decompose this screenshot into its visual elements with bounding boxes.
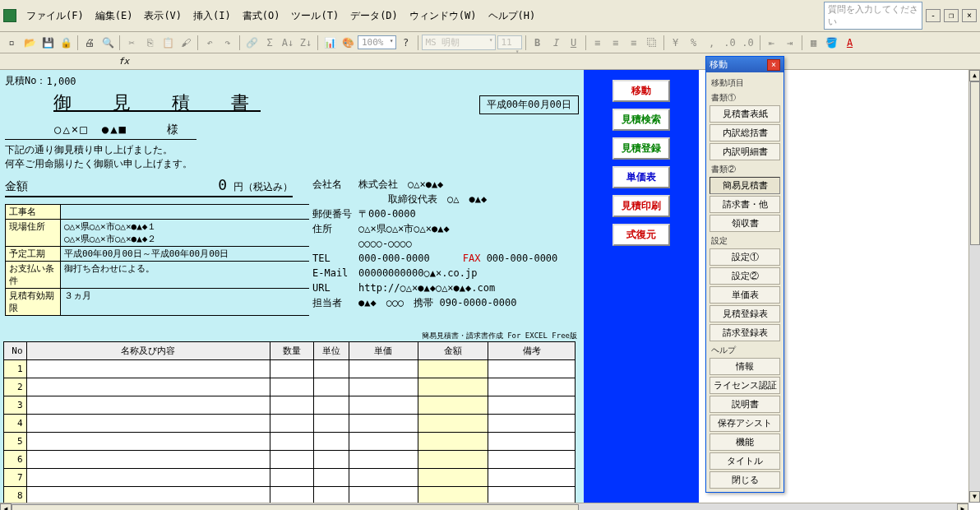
- panel-btn-保存アシスト[interactable]: 保存アシスト: [710, 415, 780, 432]
- permission-icon[interactable]: 🔒: [58, 35, 74, 51]
- open-icon[interactable]: 📂: [21, 35, 38, 51]
- sort-desc-icon[interactable]: Z↓: [298, 35, 314, 51]
- intro-line-2: 何卒ご用命賜りたく御願い申し上げます。: [5, 157, 579, 171]
- panel-btn-設定②[interactable]: 設定②: [710, 267, 780, 285]
- help-icon[interactable]: ?: [398, 35, 414, 51]
- help-question-input[interactable]: 質問を入力してください: [824, 2, 922, 30]
- action-単価表[interactable]: 単価表: [612, 166, 670, 188]
- menu-insert[interactable]: 挿入(I): [188, 7, 236, 25]
- zoom-combo[interactable]: 100%: [358, 35, 396, 49]
- panel-btn-設定①[interactable]: 設定①: [710, 248, 780, 266]
- table-row[interactable]: 2: [4, 378, 576, 396]
- panel-btn-請求登録表[interactable]: 請求登録表: [710, 324, 780, 341]
- restore-button[interactable]: ❐: [944, 9, 959, 22]
- indent-dec-icon[interactable]: ⇤: [764, 35, 780, 51]
- vscroll-thumb[interactable]: [970, 81, 980, 245]
- panel-btn-ライセンス認証[interactable]: ライセンス認証: [710, 377, 780, 394]
- percent-icon[interactable]: %: [686, 35, 702, 51]
- menu-help[interactable]: ヘルプ(H): [483, 7, 541, 25]
- estimate-sheet[interactable]: 見積No： 1,000 御 見 積 書 平成00年00月00日 ○△×□ ●▲■…: [0, 70, 584, 510]
- panel-btn-内訳明細書[interactable]: 内訳明細書: [710, 143, 780, 160]
- dec-decimal-icon[interactable]: .0: [740, 35, 756, 51]
- menu-edit[interactable]: 編集(E): [90, 7, 138, 25]
- vertical-scrollbar[interactable]: ▲ ▼: [968, 70, 980, 503]
- table-row[interactable]: 6: [4, 450, 576, 468]
- merge-icon[interactable]: ⿻: [644, 35, 660, 51]
- panel-btn-単価表[interactable]: 単価表: [710, 286, 780, 304]
- menu-format[interactable]: 書式(O): [238, 7, 285, 25]
- align-right-icon[interactable]: ≡: [626, 35, 642, 51]
- underline-icon[interactable]: U: [566, 35, 582, 51]
- panel-btn-見積書表紙[interactable]: 見積書表紙: [710, 105, 780, 123]
- panel-btn-簡易見積書[interactable]: 簡易見積書: [710, 177, 780, 194]
- autosum-icon[interactable]: Σ: [261, 35, 278, 51]
- action-移動[interactable]: 移動: [612, 80, 670, 102]
- panel-btn-説明書[interactable]: 説明書: [710, 396, 780, 413]
- font-color-icon[interactable]: A: [842, 35, 858, 51]
- comma-icon[interactable]: ,: [704, 35, 720, 51]
- fx-label[interactable]: fx: [118, 56, 129, 67]
- scroll-right-icon[interactable]: ▶: [957, 503, 968, 511]
- new-icon[interactable]: ▫: [3, 35, 20, 51]
- panel-btn-請求書・他[interactable]: 請求書・他: [710, 196, 780, 213]
- print-icon[interactable]: 🖨: [81, 35, 98, 51]
- table-row[interactable]: 4: [4, 414, 576, 432]
- line-items-table[interactable]: No 名称及び内容 数量 単位 単価 金額 備考 12345678910: [3, 341, 576, 510]
- italic-icon[interactable]: I: [548, 35, 564, 51]
- panel-btn-領収書[interactable]: 領収書: [710, 215, 780, 232]
- save-icon[interactable]: 💾: [39, 35, 56, 51]
- scroll-up-icon[interactable]: ▲: [969, 70, 980, 81]
- table-row[interactable]: 5: [4, 432, 576, 450]
- undo-icon[interactable]: ↶: [201, 35, 218, 51]
- currency-icon[interactable]: ¥: [668, 35, 684, 51]
- paste-icon[interactable]: 📋: [159, 35, 176, 51]
- format-painter-icon[interactable]: 🖌: [178, 35, 194, 51]
- sort-asc-icon[interactable]: A↓: [280, 35, 296, 51]
- menu-data[interactable]: データ(D): [345, 7, 403, 25]
- inc-decimal-icon[interactable]: .0: [722, 35, 738, 51]
- panel-btn-閉じる[interactable]: 閉じる: [710, 471, 780, 489]
- table-row[interactable]: 1: [4, 359, 576, 378]
- panel-btn-情報[interactable]: 情報: [710, 358, 780, 375]
- scroll-down-icon[interactable]: ▼: [969, 491, 980, 503]
- panel-btn-見積登録表[interactable]: 見積登録表: [710, 305, 780, 322]
- action-見積検索[interactable]: 見積検索: [612, 109, 670, 131]
- th-no: No: [4, 341, 27, 359]
- drawing-icon[interactable]: 🎨: [340, 35, 356, 51]
- font-combo[interactable]: MS 明朝: [422, 35, 496, 50]
- panel-btn-タイトル[interactable]: タイトル: [710, 452, 780, 470]
- font-size-combo[interactable]: 11: [497, 35, 522, 49]
- navigation-panel[interactable]: 移動 × 移動項目書類①見積書表紙内訳総括書内訳明細書書類②簡易見積書請求書・他…: [705, 56, 784, 493]
- fill-color-icon[interactable]: 🪣: [824, 35, 840, 51]
- minimize-button[interactable]: -: [926, 9, 941, 22]
- close-button[interactable]: ×: [962, 9, 977, 22]
- hscroll-thumb[interactable]: [12, 504, 579, 511]
- borders-icon[interactable]: ▦: [806, 35, 822, 51]
- panel-btn-機能[interactable]: 機能: [710, 434, 780, 451]
- action-見積登録[interactable]: 見積登録: [612, 137, 670, 160]
- copy-icon[interactable]: ⎘: [141, 35, 158, 51]
- panel-close-button[interactable]: ×: [767, 59, 780, 71]
- scroll-left-icon[interactable]: ◀: [0, 503, 12, 511]
- table-row[interactable]: 3: [4, 396, 576, 414]
- cut-icon[interactable]: ✂: [123, 35, 140, 51]
- table-row[interactable]: 8: [4, 486, 576, 504]
- redo-icon[interactable]: ↷: [220, 35, 236, 51]
- align-center-icon[interactable]: ≡: [608, 35, 624, 51]
- align-left-icon[interactable]: ≡: [589, 35, 606, 51]
- menu-file[interactable]: ファイル(F): [21, 7, 89, 25]
- indent-inc-icon[interactable]: ⇥: [782, 35, 798, 51]
- table-row[interactable]: 7: [4, 468, 576, 486]
- menu-view[interactable]: 表示(V): [139, 7, 187, 25]
- bold-icon[interactable]: B: [529, 35, 546, 51]
- preview-icon[interactable]: 🔍: [99, 35, 116, 51]
- horizontal-scrollbar[interactable]: ◀ ▶: [0, 503, 968, 510]
- menu-tools[interactable]: ツール(T): [286, 7, 344, 25]
- action-見積印刷[interactable]: 見積印刷: [612, 195, 670, 217]
- panel-btn-内訳総括書[interactable]: 内訳総括書: [710, 124, 780, 141]
- menu-window[interactable]: ウィンドウ(W): [404, 7, 482, 25]
- panel-section: ヘルプ: [710, 343, 780, 356]
- chart-icon[interactable]: 📊: [321, 35, 338, 51]
- action-式復元[interactable]: 式復元: [612, 224, 670, 246]
- hyperlink-icon[interactable]: 🔗: [243, 35, 260, 51]
